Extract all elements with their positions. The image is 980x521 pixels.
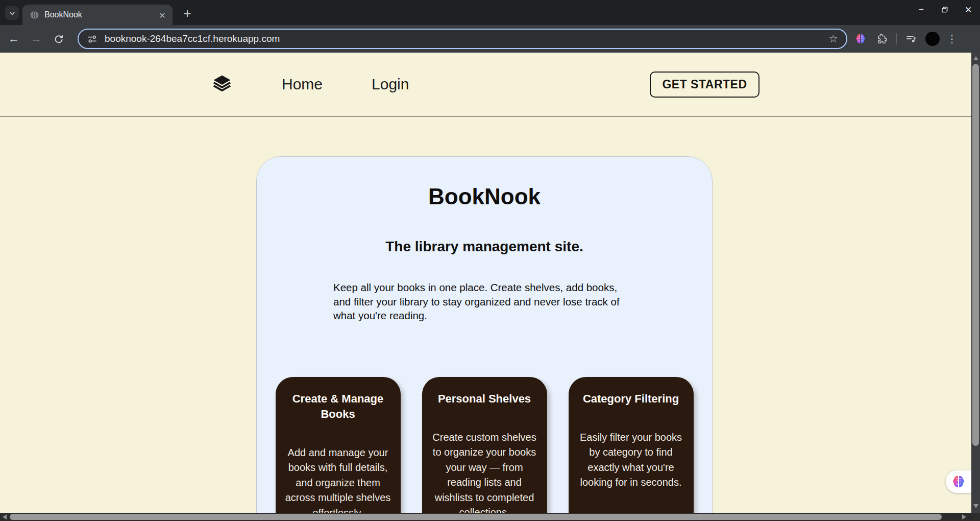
reload-icon (53, 33, 64, 44)
floating-extension-pill[interactable] (946, 470, 971, 493)
horizontal-scrollbar[interactable] (0, 513, 980, 521)
vertical-scrollbar-thumb[interactable] (972, 64, 979, 446)
hero-description: Keep all your books in one place. Create… (333, 280, 635, 323)
extensions-button[interactable] (875, 32, 889, 46)
forward-button[interactable]: → (29, 31, 44, 46)
profile-avatar[interactable] (925, 32, 940, 46)
toolbar-separator (896, 33, 897, 44)
bookmark-star-icon[interactable]: ☆ (828, 33, 838, 45)
nav-link-home[interactable]: Home (282, 76, 323, 93)
feature-card-category-filtering: Category Filtering Easily filter your bo… (569, 377, 694, 521)
feature-title: Category Filtering (575, 391, 687, 407)
tab-title: BookNook (44, 10, 159, 19)
get-started-button[interactable]: GET STARTED (650, 72, 760, 98)
reload-button[interactable] (51, 31, 66, 46)
feature-body: Create custom shelves to organize your b… (429, 430, 541, 520)
window-controls: − ✕ (910, 0, 980, 19)
toolbar-right-cluster: ⋮ (853, 32, 957, 46)
back-button[interactable]: ← (6, 31, 21, 46)
minimize-button[interactable]: − (910, 0, 933, 19)
browser-menu-button[interactable]: ⋮ (947, 33, 957, 45)
tab-strip: BookNook × + − ✕ (0, 0, 980, 25)
scroll-left-arrow[interactable] (3, 514, 7, 519)
restore-icon (941, 6, 948, 13)
brain-icon (951, 474, 966, 489)
book-stack-logo-icon (211, 73, 233, 96)
scroll-right-arrow[interactable] (962, 514, 966, 519)
hero-subtitle: The library management site. (257, 239, 712, 255)
feature-card-personal-shelves: Personal Shelves Create custom shelves t… (422, 377, 547, 521)
feature-title: Create & Manage Books (282, 391, 394, 422)
page-viewport: Home Login GET STARTED BookNook The libr… (0, 53, 980, 521)
hero-title: BookNook (257, 157, 712, 209)
address-bar[interactable]: booknook-264bea7cc1cf.herokuapp.com ☆ (78, 29, 847, 49)
browser-toolbar: ← → booknook-264bea7cc1cf.herokuapp.com … (0, 25, 980, 53)
close-window-button[interactable]: ✕ (957, 0, 980, 19)
scroll-up-arrow[interactable] (973, 56, 978, 60)
vertical-scrollbar[interactable] (971, 53, 980, 513)
horizontal-scrollbar-thumb[interactable] (10, 514, 942, 520)
new-tab-button[interactable]: + (180, 6, 195, 21)
brain-icon (854, 33, 867, 45)
media-controls-button[interactable] (904, 32, 918, 46)
maximize-button[interactable] (933, 0, 957, 19)
globe-favicon-icon (30, 10, 39, 20)
feature-body: Add and manage your books with full deta… (282, 445, 394, 521)
brain-extension-button[interactable] (853, 32, 868, 46)
tab-search-button[interactable] (5, 6, 19, 20)
feature-cards-row: Create & Manage Books Add and manage you… (257, 377, 712, 521)
media-playlist-icon (905, 33, 917, 45)
url-text[interactable]: booknook-264bea7cc1cf.herokuapp.com (105, 33, 828, 44)
browser-tab[interactable]: BookNook × (22, 5, 173, 25)
feature-title: Personal Shelves (429, 391, 541, 407)
feature-body: Easily filter your books by category to … (575, 430, 687, 490)
site-header: Home Login GET STARTED (0, 53, 980, 116)
nav-link-login[interactable]: Login (372, 76, 409, 93)
puzzle-icon (876, 33, 888, 44)
tab-close-icon[interactable]: × (159, 10, 165, 20)
hero-card: BookNook The library management site. Ke… (256, 156, 713, 521)
scroll-down-arrow[interactable] (973, 504, 978, 508)
site-settings-icon (87, 34, 97, 44)
feature-card-create-manage-books: Create & Manage Books Add and manage you… (276, 377, 401, 521)
chevron-down-icon (9, 10, 16, 17)
